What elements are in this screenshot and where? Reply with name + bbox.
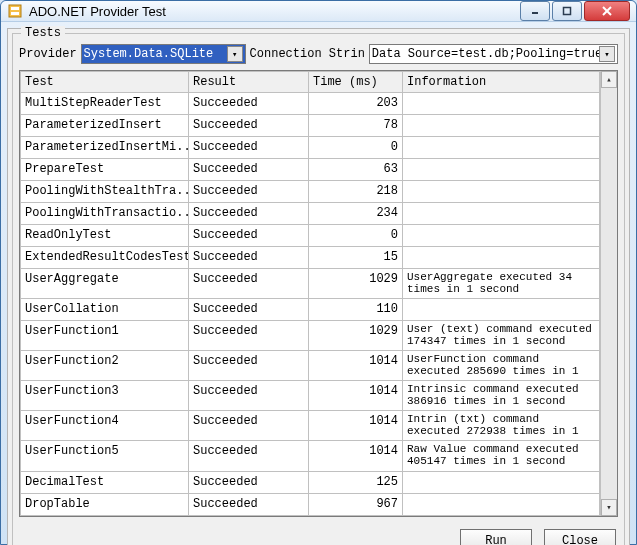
cell-result: Succeeded (189, 381, 309, 411)
cell-time: 234 (309, 203, 403, 225)
col-header-result[interactable]: Result (189, 72, 309, 93)
cell-time: 1014 (309, 381, 403, 411)
cell-result: Succeeded (189, 225, 309, 247)
titlebar[interactable]: ADO.NET Provider Test (1, 1, 636, 22)
cell-info (403, 299, 600, 321)
cell-result: Succeeded (189, 159, 309, 181)
svg-rect-4 (564, 8, 571, 15)
cell-test: ExtendedResultCodesTest (21, 247, 189, 269)
table-row[interactable]: DecimalTestSucceeded125 (21, 471, 600, 493)
cell-info: Intrin (txt) command executed 272938 tim… (403, 411, 600, 441)
svg-rect-2 (11, 12, 19, 15)
provider-label: Provider (19, 47, 77, 61)
app-icon (7, 3, 23, 19)
cell-time: 1029 (309, 321, 403, 351)
cell-time: 218 (309, 181, 403, 203)
cell-result: Succeeded (189, 411, 309, 441)
chevron-down-icon[interactable]: ▾ (227, 46, 243, 62)
cell-test: MultiStepReaderTest (21, 93, 189, 115)
cell-test: DecimalTest (21, 471, 189, 493)
col-header-time[interactable]: Time (ms) (309, 72, 403, 93)
table-row[interactable]: UserAggregateSucceeded1029UserAggregate … (21, 269, 600, 299)
connection-string-value: Data Source=test.db;Pooling=true;FailIfM (372, 47, 599, 61)
table-row[interactable]: UserCollationSucceeded110 (21, 299, 600, 321)
chevron-down-icon[interactable]: ▾ (599, 46, 615, 62)
table-row[interactable]: DropTableSucceeded967 (21, 493, 600, 515)
cell-time: 110 (309, 299, 403, 321)
cell-result: Succeeded (189, 471, 309, 493)
cell-test: PoolingWithStealthTra... (21, 181, 189, 203)
table-row[interactable]: UserFunction4Succeeded1014Intrin (txt) c… (21, 411, 600, 441)
minimize-button[interactable] (520, 1, 550, 21)
table-row[interactable]: UserFunction2Succeeded1014UserFunction c… (21, 351, 600, 381)
cell-time: 1014 (309, 351, 403, 381)
app-window: ADO.NET Provider Test Tests Provider Sys… (0, 0, 637, 545)
cell-info: UserAggregate executed 34 times in 1 sec… (403, 269, 600, 299)
close-window-button[interactable] (584, 1, 630, 21)
cell-time: 15 (309, 247, 403, 269)
cell-time: 1014 (309, 411, 403, 441)
cell-info (403, 93, 600, 115)
table-row[interactable]: PrepareTestSucceeded63 (21, 159, 600, 181)
table-row[interactable]: ExtendedResultCodesTestSucceeded15 (21, 247, 600, 269)
cell-info (403, 115, 600, 137)
cell-info (403, 137, 600, 159)
cell-test: UserFunction5 (21, 441, 189, 471)
cell-test: ParameterizedInsertMi... (21, 137, 189, 159)
close-button[interactable]: Close (544, 529, 616, 545)
maximize-button[interactable] (552, 1, 582, 21)
cell-result: Succeeded (189, 247, 309, 269)
cell-test: PoolingWithTransactio... (21, 203, 189, 225)
cell-result: Succeeded (189, 493, 309, 515)
cell-result: Succeeded (189, 181, 309, 203)
cell-result: Succeeded (189, 115, 309, 137)
cell-result: Succeeded (189, 441, 309, 471)
cell-time: 0 (309, 137, 403, 159)
results-grid[interactable]: Test Result Time (ms) Information MultiS… (20, 71, 600, 516)
table-row[interactable]: UserFunction1Succeeded1029User (text) co… (21, 321, 600, 351)
scroll-up-icon[interactable]: ▴ (601, 71, 617, 88)
table-row[interactable]: ReadOnlyTestSucceeded0 (21, 225, 600, 247)
cell-info (403, 493, 600, 515)
cell-test: ParameterizedInsert (21, 115, 189, 137)
table-row[interactable]: UserFunction3Succeeded1014Intrinsic comm… (21, 381, 600, 411)
cell-test: ReadOnlyTest (21, 225, 189, 247)
table-row[interactable]: ParameterizedInsertMi...Succeeded0 (21, 137, 600, 159)
cell-result: Succeeded (189, 351, 309, 381)
cell-result: Succeeded (189, 137, 309, 159)
grid-header-row: Test Result Time (ms) Information (21, 72, 600, 93)
footer: Run Close (13, 523, 624, 545)
table-row[interactable]: UserFunction5Succeeded1014Raw Value comm… (21, 441, 600, 471)
run-button[interactable]: Run (460, 529, 532, 545)
cell-info (403, 181, 600, 203)
table-row[interactable]: ParameterizedInsertSucceeded78 (21, 115, 600, 137)
connection-string-label: Connection Strin (250, 47, 365, 61)
results-grid-wrap: Test Result Time (ms) Information MultiS… (19, 70, 618, 517)
cell-info: Raw Value command executed 405147 times … (403, 441, 600, 471)
cell-info: UserFunction command executed 285690 tim… (403, 351, 600, 381)
cell-result: Succeeded (189, 269, 309, 299)
cell-info (403, 159, 600, 181)
cell-result: Succeeded (189, 299, 309, 321)
table-row[interactable]: PoolingWithTransactio...Succeeded234 (21, 203, 600, 225)
table-row[interactable]: PoolingWithStealthTra...Succeeded218 (21, 181, 600, 203)
cell-result: Succeeded (189, 93, 309, 115)
svg-rect-0 (9, 5, 21, 17)
cell-result: Succeeded (189, 321, 309, 351)
cell-test: PrepareTest (21, 159, 189, 181)
cell-info (403, 247, 600, 269)
provider-select[interactable]: System.Data.SQLite ▾ (81, 44, 246, 64)
connection-string-input[interactable]: Data Source=test.db;Pooling=true;FailIfM… (369, 44, 618, 64)
cell-info (403, 225, 600, 247)
col-header-info[interactable]: Information (403, 72, 600, 93)
scroll-down-icon[interactable]: ▾ (601, 499, 617, 516)
vertical-scrollbar[interactable]: ▴ ▾ (600, 71, 617, 516)
svg-rect-1 (11, 7, 19, 10)
col-header-test[interactable]: Test (21, 72, 189, 93)
cell-test: UserFunction1 (21, 321, 189, 351)
cell-time: 125 (309, 471, 403, 493)
table-row[interactable]: MultiStepReaderTestSucceeded203 (21, 93, 600, 115)
cell-test: UserFunction2 (21, 351, 189, 381)
window-title: ADO.NET Provider Test (29, 4, 520, 19)
cell-result: Succeeded (189, 203, 309, 225)
